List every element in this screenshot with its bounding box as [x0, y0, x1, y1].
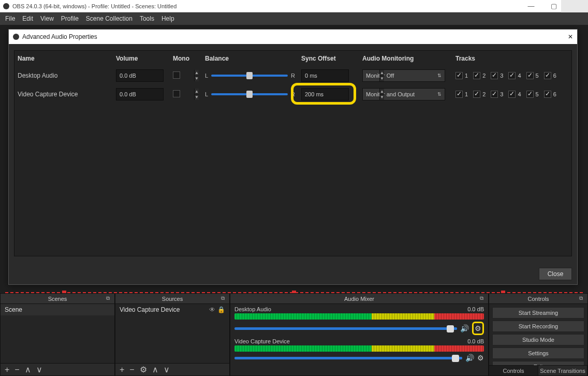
track-checkbox[interactable]: [508, 91, 516, 98]
balance-slider[interactable]: LR: [205, 73, 295, 79]
level-meter: [234, 345, 484, 352]
tab-scene-transitions[interactable]: Scene Transitions: [538, 366, 587, 375]
popout-icon[interactable]: ⧉: [221, 295, 227, 301]
track-checkbox[interactable]: [526, 91, 534, 98]
background-window-sliver: [561, 0, 588, 12]
spin-up-icon[interactable]: ▲: [379, 89, 384, 95]
studio-mode-button[interactable]: Studio Mode: [492, 334, 584, 345]
sync-offset-input[interactable]: ▲▼: [301, 69, 349, 82]
source-settings-button[interactable]: ⚙: [140, 365, 147, 374]
mixer-title: Audio Mixer: [344, 296, 374, 302]
track-checkbox[interactable]: [455, 91, 463, 98]
scene-up-button[interactable]: ∧: [25, 365, 31, 374]
exit-button[interactable]: Exit: [492, 361, 584, 365]
spin-down-icon[interactable]: ▼: [379, 76, 384, 82]
volume-slider[interactable]: [234, 357, 462, 359]
row-name: Desktop Audio: [14, 66, 113, 85]
main-menubar: FileEditViewProfileScene CollectionTools…: [0, 12, 588, 25]
menu-help[interactable]: Help: [161, 15, 174, 22]
mono-checkbox[interactable]: [173, 71, 180, 79]
remove-scene-button[interactable]: −: [14, 365, 19, 374]
scenes-title: Scenes: [48, 296, 67, 302]
menu-view[interactable]: View: [40, 15, 54, 22]
volume-field[interactable]: [116, 89, 194, 100]
source-item[interactable]: Video Capture Device 👁 🔒: [115, 304, 229, 315]
strip-name: Video Capture Device: [234, 338, 290, 344]
track-checkbox[interactable]: [491, 91, 498, 98]
close-button[interactable]: Close: [539, 268, 572, 280]
source-down-button[interactable]: ∨: [164, 365, 170, 374]
header-tracks: Tracks: [452, 51, 571, 66]
advanced-audio-dialog: Advanced Audio Properties ✕ Name Volume …: [8, 29, 578, 285]
controls-title: Controls: [528, 296, 549, 302]
audio-mixer-panel: Audio Mixer⧉ Desktop Audio0.0 dB🔊⚙Video …: [230, 293, 489, 376]
menu-scene-collection[interactable]: Scene Collection: [86, 15, 133, 22]
strip-db: 0.0 dB: [467, 306, 484, 312]
track-checkbox[interactable]: [473, 91, 480, 98]
spin-up-icon[interactable]: ▲: [379, 70, 384, 76]
spin-up-icon[interactable]: ▲: [194, 89, 199, 95]
sync-offset-field[interactable]: [302, 70, 379, 81]
add-source-button[interactable]: +: [120, 365, 124, 374]
header-monitoring: Audio Monitoring: [359, 51, 452, 66]
strip-name: Desktop Audio: [234, 306, 271, 312]
scene-item[interactable]: Scene: [1, 304, 114, 315]
minimize-button[interactable]: —: [520, 0, 542, 12]
volume-input[interactable]: ▲▼: [116, 69, 164, 82]
scenes-panel: Scenes⧉ Scene + − ∧ ∨: [0, 293, 115, 376]
balance-slider[interactable]: LR: [205, 91, 295, 97]
popout-icon[interactable]: ⧉: [579, 295, 585, 301]
track-checkbox[interactable]: [526, 72, 534, 79]
track-checkbox[interactable]: [544, 72, 551, 79]
lock-icon[interactable]: 🔒: [217, 306, 225, 313]
window-titlebar: OBS 24.0.3 (64-bit, windows) - Profile: …: [0, 0, 588, 12]
track-label: 3: [500, 73, 503, 79]
track-checkbox[interactable]: [491, 72, 498, 79]
add-scene-button[interactable]: +: [5, 365, 9, 374]
sync-offset-input[interactable]: ▲▼: [301, 88, 349, 100]
track-label: 3: [500, 91, 503, 97]
settings-button[interactable]: Settings: [492, 348, 584, 359]
speaker-icon[interactable]: 🔊: [465, 354, 474, 362]
spin-up-icon[interactable]: ▲: [194, 70, 199, 76]
track-label: 5: [536, 91, 539, 97]
menu-edit[interactable]: Edit: [22, 15, 33, 22]
spin-down-icon[interactable]: ▼: [379, 95, 384, 100]
scene-down-button[interactable]: ∨: [36, 365, 42, 374]
chevron-updown-icon: ⇅: [437, 92, 442, 97]
gear-icon[interactable]: ⚙: [475, 324, 481, 332]
start-recording-button[interactable]: Start Recording: [492, 321, 584, 332]
balance-left-label: L: [205, 91, 208, 97]
header-row: Name Volume Mono Balance Sync Offset Aud…: [14, 51, 571, 66]
track-checkbox[interactable]: [473, 72, 480, 79]
speaker-icon[interactable]: 🔊: [460, 324, 469, 332]
menu-profile[interactable]: Profile: [61, 15, 79, 22]
volume-input[interactable]: ▲▼: [116, 88, 164, 100]
balance-right-label: R: [291, 91, 295, 97]
track-checkbox[interactable]: [455, 72, 463, 79]
start-streaming-button[interactable]: Start Streaming: [492, 307, 584, 319]
balance-right-label: R: [291, 73, 295, 79]
popout-icon[interactable]: ⧉: [106, 295, 112, 301]
mono-checkbox[interactable]: [173, 90, 180, 97]
chevron-updown-icon: ⇅: [437, 73, 442, 78]
remove-source-button[interactable]: −: [129, 365, 134, 374]
sync-offset-field[interactable]: [302, 89, 379, 100]
track-checkbox[interactable]: [544, 91, 551, 98]
menu-file[interactable]: File: [5, 15, 15, 22]
volume-slider[interactable]: [234, 327, 457, 330]
gear-icon[interactable]: ⚙: [477, 354, 484, 362]
spin-down-icon[interactable]: ▼: [194, 76, 199, 82]
volume-field[interactable]: [116, 70, 194, 81]
spin-down-icon[interactable]: ▼: [194, 95, 199, 100]
mixer-strip: Video Capture Device0.0 dB🔊⚙: [230, 336, 488, 363]
menu-tools[interactable]: Tools: [140, 15, 154, 22]
eye-icon[interactable]: 👁: [209, 306, 215, 313]
header-name: Name: [14, 51, 113, 66]
dialog-titlebar[interactable]: Advanced Audio Properties ✕: [9, 30, 577, 44]
track-checkbox[interactable]: [508, 72, 516, 79]
source-up-button[interactable]: ∧: [152, 365, 158, 374]
dialog-close-x[interactable]: ✕: [568, 33, 573, 40]
tab-controls[interactable]: Controls: [489, 366, 538, 375]
popout-icon[interactable]: ⧉: [480, 295, 486, 301]
